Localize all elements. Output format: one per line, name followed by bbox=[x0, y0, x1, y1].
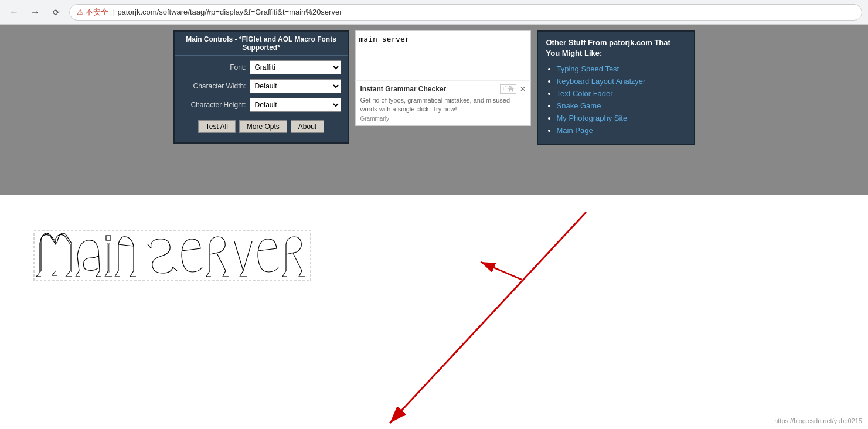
typing-speed-link[interactable]: Typing Speed Test bbox=[557, 64, 619, 73]
text-color-link[interactable]: Text Color Fader bbox=[557, 89, 613, 98]
text-input[interactable]: main server bbox=[356, 31, 530, 78]
svg-line-24 bbox=[240, 271, 243, 277]
controls-panel: Main Controls - *FIGlet and AOL Macro Fo… bbox=[173, 30, 349, 144]
svg-line-13 bbox=[118, 244, 134, 246]
list-item: Main Page bbox=[557, 126, 686, 135]
browser-chrome: ← → ⟳ ⚠ 不安全 | patorjk.com/software/taag/… bbox=[0, 0, 868, 25]
list-item: Typing Speed Test bbox=[557, 64, 686, 73]
other-panel: Other Stuff From patorjk.com That You Mi… bbox=[537, 30, 695, 145]
ad-body: Get rid of typos, grammatical mistakes, … bbox=[360, 96, 526, 114]
svg-line-20 bbox=[206, 271, 210, 277]
url-display: patorjk.com/software/taag/#p=display&f=G… bbox=[117, 8, 342, 16]
font-row: Font: Graffiti Default Banner Block Bubb… bbox=[182, 60, 341, 74]
svg-line-14 bbox=[115, 271, 118, 277]
char-width-select[interactable]: Default Full Fitted Controlled Smushing … bbox=[250, 79, 341, 93]
controls-panel-body: Font: Graffiti Default Banner Block Bubb… bbox=[175, 56, 348, 142]
test-all-button[interactable]: Test All bbox=[198, 120, 236, 133]
svg-line-28 bbox=[299, 271, 302, 277]
other-panel-title: Other Stuff From patorjk.com That You Mi… bbox=[546, 38, 686, 59]
svg-line-22 bbox=[223, 271, 226, 277]
svg-line-4 bbox=[52, 271, 56, 275]
controls-area: Main Controls - *FIGlet and AOL Macro Fo… bbox=[0, 25, 868, 195]
char-height-label: Character Height: bbox=[182, 101, 246, 109]
ad-brand: Grammarly bbox=[360, 115, 526, 122]
back-button[interactable]: ← bbox=[6, 4, 22, 21]
graffiti-svg bbox=[23, 224, 399, 294]
controls-buttons: Test All More Opts About bbox=[182, 117, 341, 138]
ad-title: Instant Grammar Checker bbox=[360, 85, 447, 93]
more-opts-button[interactable]: More Opts bbox=[239, 120, 287, 133]
list-item: Snake Game bbox=[557, 101, 686, 110]
svg-line-16 bbox=[130, 271, 134, 277]
svg-line-6 bbox=[96, 271, 100, 277]
svg-line-11 bbox=[105, 271, 108, 277]
char-width-row: Character Width: Default Full Fitted Con… bbox=[182, 79, 341, 93]
char-height-row: Character Height: Default Full Fitted Co… bbox=[182, 98, 341, 112]
svg-line-2 bbox=[66, 271, 70, 277]
font-select[interactable]: Graffiti Default Banner Block Bubble Dig… bbox=[250, 60, 341, 74]
char-width-label: Character Width: bbox=[182, 82, 246, 90]
svg-line-8 bbox=[76, 271, 79, 277]
svg-rect-30 bbox=[34, 231, 311, 281]
svg-line-0 bbox=[36, 271, 41, 277]
right-panel: main server Instant Grammar Checker 广告 ✕… bbox=[355, 30, 531, 126]
ad-header: Instant Grammar Checker 广告 ✕ bbox=[360, 84, 526, 94]
watermark: https://blog.csdn.net/yubo0215 bbox=[774, 417, 862, 424]
svg-rect-10 bbox=[106, 236, 111, 240]
svg-line-26 bbox=[282, 271, 286, 277]
list-item: My Photography Site bbox=[557, 114, 686, 122]
ad-panel: Instant Grammar Checker 广告 ✕ Get rid of … bbox=[355, 80, 531, 126]
ad-label: 广告 bbox=[500, 84, 516, 94]
security-warning: ⚠ 不安全 bbox=[77, 7, 108, 18]
svg-line-19 bbox=[173, 267, 177, 271]
ascii-art-output bbox=[23, 224, 850, 296]
keyboard-layout-link[interactable]: Keyboard Layout Analzyer bbox=[557, 77, 646, 86]
photography-link[interactable]: My Photography Site bbox=[557, 114, 628, 122]
forward-button[interactable]: → bbox=[27, 4, 43, 21]
about-button[interactable]: About bbox=[291, 120, 324, 133]
list-item: Keyboard Layout Analzyer bbox=[557, 77, 686, 86]
ad-close-button[interactable]: ✕ bbox=[520, 85, 526, 93]
output-area bbox=[0, 195, 868, 429]
reload-button[interactable]: ⟳ bbox=[48, 4, 64, 21]
main-page-link[interactable]: Main Page bbox=[557, 126, 593, 135]
font-label: Font: bbox=[182, 63, 246, 72]
other-links-list: Typing Speed Test Keyboard Layout Analzy… bbox=[546, 64, 686, 135]
text-input-area: main server bbox=[355, 30, 531, 80]
address-bar: ⚠ 不安全 | patorjk.com/software/taag/#p=dis… bbox=[69, 4, 862, 21]
snake-game-link[interactable]: Snake Game bbox=[557, 101, 601, 110]
list-item: Text Color Fader bbox=[557, 89, 686, 98]
char-height-select[interactable]: Default Full Fitted Controlled Smushing … bbox=[250, 98, 341, 112]
controls-panel-header: Main Controls - *FIGlet and AOL Macro Fo… bbox=[175, 32, 348, 56]
